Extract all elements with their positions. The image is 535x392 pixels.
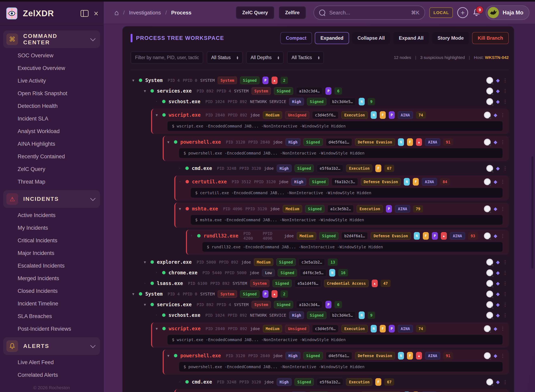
pivot-diamond-icon[interactable]: ◆ bbox=[494, 139, 497, 145]
expander-icon[interactable]: ▼ bbox=[177, 207, 182, 211]
inspect-icon[interactable] bbox=[484, 178, 491, 185]
pivot-diamond-icon[interactable]: ◆ bbox=[496, 166, 500, 171]
sidebar-item-executive-overview[interactable]: Executive Overview bbox=[0, 62, 103, 75]
row-menu-icon[interactable]: ⋮ bbox=[503, 78, 507, 83]
inspect-icon[interactable] bbox=[486, 280, 493, 287]
pivot-diamond-icon[interactable]: ◆ bbox=[496, 302, 500, 308]
sidebar-item-escalated-incidents[interactable]: Escalated Incidents bbox=[0, 260, 103, 272]
process-row[interactable]: ▼wscript.exePID 2840PPID 892jdoeMediumUn… bbox=[154, 110, 506, 120]
pivot-diamond-icon[interactable]: ◆ bbox=[496, 259, 500, 265]
sidebar-item-soc-overview[interactable]: SOC Overview bbox=[0, 49, 103, 62]
process-row[interactable]: ▼services.exePID 892PPID 4SYSTEMSystemSi… bbox=[131, 86, 509, 96]
expander-icon[interactable]: ▼ bbox=[142, 260, 148, 264]
sidebar-item-live-alert-feed[interactable]: Live Alert Feed bbox=[0, 356, 103, 369]
inspect-icon[interactable] bbox=[486, 312, 493, 319]
process-row[interactable]: ·certutil.exePID 3512PPID 3120jdoeHighSi… bbox=[177, 390, 506, 392]
pivot-diamond-icon[interactable]: ◆ bbox=[494, 326, 497, 331]
process-row[interactable]: ·certutil.exePID 3512PPID 3120jdoeHighSi… bbox=[177, 176, 506, 187]
row-menu-icon[interactable]: ⋮ bbox=[503, 379, 507, 385]
sidebar-section-alerts[interactable]: ALERTS bbox=[3, 337, 100, 355]
inspect-icon[interactable] bbox=[484, 205, 491, 212]
sidebar-section-incidents[interactable]: ⚠INCIDENTS bbox=[3, 190, 100, 208]
sidebar-item-sla-breaches[interactable]: SLA Breaches bbox=[0, 310, 103, 323]
dropdown-all-depths[interactable]: All Depths▴▾ bbox=[246, 51, 284, 64]
sidebar-item-major-incidents[interactable]: Major Incidents bbox=[0, 247, 103, 260]
row-menu-icon[interactable]: ⋮ bbox=[500, 353, 505, 359]
sidebar-item-closed-incidents[interactable]: Closed Incidents bbox=[0, 285, 103, 297]
process-row[interactable]: ▼powershell.exePID 3120PPID 2840jdoeHigh… bbox=[166, 350, 506, 361]
process-row[interactable]: ▼SystemPID 4PPID 0SYSTEMSystemSignedP▲2◆… bbox=[131, 289, 509, 299]
user-menu[interactable]: Haja Mo bbox=[486, 5, 529, 20]
row-menu-icon[interactable]: ⋮ bbox=[503, 166, 507, 171]
global-search[interactable]: ⌘K bbox=[314, 6, 425, 20]
sidebar-item-unassigned-alerts[interactable]: Unassigned Alerts bbox=[0, 381, 103, 382]
process-row[interactable]: ▼explorer.exePID 5000PPID 892jdoeMediumS… bbox=[131, 257, 509, 267]
row-menu-icon[interactable]: ⋮ bbox=[500, 179, 505, 185]
dropdown-all-status[interactable]: All Status▴▾ bbox=[207, 51, 243, 64]
pivot-diamond-icon[interactable]: ◆ bbox=[494, 206, 497, 212]
row-menu-icon[interactable]: ⋮ bbox=[503, 270, 507, 275]
row-menu-icon[interactable]: ⋮ bbox=[503, 313, 507, 318]
sidebar-item-live-activity[interactable]: Live Activity bbox=[0, 75, 103, 87]
inspect-icon[interactable] bbox=[486, 77, 493, 84]
inspect-icon[interactable] bbox=[486, 259, 493, 266]
process-row[interactable]: ·lsass.exePID 6100PPID 892SYSTEMSystemSi… bbox=[131, 278, 509, 289]
sidebar-item-aina-highlights[interactable]: AINA Highlights bbox=[0, 138, 103, 150]
zelc-query-button[interactable]: ZelC Query bbox=[236, 6, 274, 19]
process-row[interactable]: ·svchost.exePID 1024PPID 892NETWORK SERV… bbox=[131, 310, 509, 320]
compact-button[interactable]: Compact bbox=[280, 32, 312, 44]
sidebar-item-post-incident-reviews[interactable]: Post-Incident Reviews bbox=[0, 323, 103, 335]
row-menu-icon[interactable]: ⋮ bbox=[503, 99, 507, 104]
inspect-icon[interactable] bbox=[484, 233, 491, 239]
sidebar-item-merged-incidents[interactable]: Merged Incidents bbox=[0, 272, 103, 285]
row-menu-icon[interactable]: ⋮ bbox=[503, 291, 507, 297]
pivot-diamond-icon[interactable]: ◆ bbox=[496, 78, 500, 83]
sidebar-item-open-risk-snapshot[interactable]: Open Risk Snapshot bbox=[0, 87, 103, 100]
add-button[interactable]: + bbox=[457, 7, 468, 18]
sidebar-item-critical-incidents[interactable]: Critical Incidents bbox=[0, 234, 103, 247]
row-menu-icon[interactable]: ⋮ bbox=[503, 259, 507, 265]
sidebar-item-recently-contained[interactable]: Recently Contained bbox=[0, 150, 103, 163]
sidebar-item-active-incidents[interactable]: Active Incidents bbox=[0, 209, 103, 222]
row-menu-icon[interactable]: ⋮ bbox=[503, 88, 507, 94]
sidebar-item-threat-map[interactable]: Threat Map bbox=[0, 176, 103, 188]
dropdown-all-tactics[interactable]: All Tactics▴▾ bbox=[287, 51, 324, 64]
pivot-diamond-icon[interactable]: ◆ bbox=[494, 233, 497, 239]
expander-icon[interactable]: ▼ bbox=[142, 303, 148, 307]
expand-all-button[interactable]: Expand All bbox=[393, 32, 429, 44]
row-menu-icon[interactable]: ⋮ bbox=[500, 326, 505, 331]
process-row[interactable]: ·svchost.exePID 1024PPID 892NETWORK SERV… bbox=[131, 96, 509, 107]
zelfire-button[interactable]: Zelfire bbox=[279, 6, 306, 19]
expander-icon[interactable]: ▼ bbox=[131, 78, 136, 82]
sidebar-item-correlated-alerts[interactable]: Correlated Alerts bbox=[0, 369, 103, 381]
row-menu-icon[interactable]: ⋮ bbox=[500, 206, 505, 212]
inspect-icon[interactable] bbox=[484, 112, 491, 118]
expander-icon[interactable]: ▼ bbox=[154, 113, 159, 117]
pivot-diamond-icon[interactable]: ◆ bbox=[494, 179, 497, 185]
process-row[interactable]: ▼mshta.exePID 4096PPID 3120jdoeMediumSig… bbox=[177, 203, 506, 214]
row-menu-icon[interactable]: ⋮ bbox=[500, 112, 505, 118]
pivot-diamond-icon[interactable]: ◆ bbox=[496, 291, 500, 297]
sidebar-item-zelc-query[interactable]: ZelC Query bbox=[0, 163, 103, 176]
inspect-icon[interactable] bbox=[486, 88, 493, 94]
pivot-diamond-icon[interactable]: ◆ bbox=[494, 353, 497, 359]
inspect-icon[interactable] bbox=[486, 291, 493, 297]
process-row[interactable]: ·cmd.exePID 3248PPID 3120jdoeHighSignede… bbox=[131, 377, 509, 387]
scrollbar-thumb[interactable] bbox=[531, 156, 533, 269]
sidebar-item-analyst-workload[interactable]: Analyst Workload bbox=[0, 125, 103, 138]
pivot-diamond-icon[interactable]: ◆ bbox=[496, 270, 500, 275]
inspect-icon[interactable] bbox=[486, 269, 493, 276]
row-menu-icon[interactable]: ⋮ bbox=[500, 139, 505, 145]
pivot-diamond-icon[interactable]: ◆ bbox=[496, 379, 500, 385]
process-row[interactable]: ▼services.exePID 892PPID 4SYSTEMSystemSi… bbox=[131, 299, 509, 310]
pivot-diamond-icon[interactable]: ◆ bbox=[496, 280, 500, 286]
sidebar-item-detection-health[interactable]: Detection Health bbox=[0, 100, 103, 112]
sidebar-collapse-icon[interactable]: × bbox=[94, 9, 98, 17]
process-row[interactable]: ·chrome.exePID 5440PPID 5000jdoeLowSigne… bbox=[131, 267, 509, 278]
sidebar-layout-icon[interactable] bbox=[81, 10, 88, 17]
sidebar-item-incident-sla[interactable]: Incident SLA bbox=[0, 112, 103, 125]
process-row[interactable]: ▼SystemPID 4PPID 0SYSTEMSystemSignedP▲2◆… bbox=[131, 75, 509, 86]
kill-branch-button[interactable]: Kill Branch bbox=[472, 32, 509, 44]
home-icon[interactable]: ⌂ bbox=[114, 8, 119, 17]
story-mode-button[interactable]: Story Mode bbox=[432, 32, 470, 44]
